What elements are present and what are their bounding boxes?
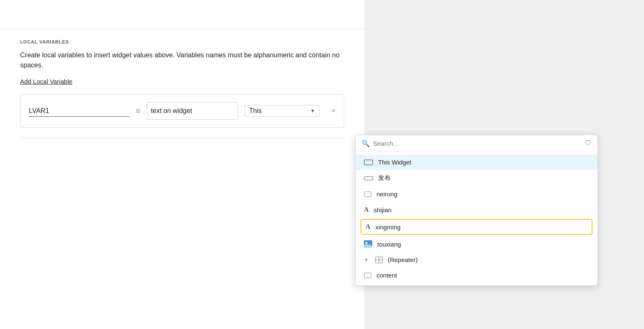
- list-item[interactable]: 发布: [355, 170, 598, 186]
- divider: [20, 138, 344, 138]
- list-item[interactable]: touxiang: [355, 236, 598, 252]
- widget-white-icon-2: [364, 272, 371, 278]
- image-icon: [364, 240, 372, 248]
- add-local-variable-link[interactable]: Add Local Variable: [20, 78, 72, 85]
- dropdown-popup: 🔍 ⛉ This Widget 发布: [355, 135, 598, 286]
- variable-row: = ⌃⌄ This ▼ ×: [29, 102, 335, 120]
- grid-icon: [375, 257, 383, 263]
- list-item[interactable]: This Widget: [355, 154, 598, 170]
- close-icon[interactable]: ×: [332, 107, 335, 115]
- list-item[interactable]: neirong: [355, 186, 598, 202]
- this-dropdown-label: This: [249, 107, 307, 115]
- description-text: Create local variables to insert widget …: [20, 50, 344, 70]
- main-panel: LOCAL VARIABLES Create local variables t…: [0, 0, 364, 329]
- widget-horizontal-icon: [364, 176, 373, 180]
- search-bar: 🔍 ⛉: [355, 135, 598, 152]
- svg-rect-2: [364, 192, 371, 197]
- item-label: content: [376, 272, 397, 279]
- variable-value-input[interactable]: [151, 107, 243, 115]
- dropdown-list: This Widget 发布 neirong A: [355, 152, 598, 285]
- list-item[interactable]: content: [355, 267, 598, 283]
- widget-icon: [364, 159, 373, 165]
- list-item[interactable]: ▼ (Repeater): [355, 252, 598, 267]
- search-input[interactable]: [373, 140, 582, 147]
- item-label: neirong: [376, 190, 397, 198]
- search-icon: 🔍: [361, 139, 370, 147]
- item-label: (Repeater): [388, 256, 418, 263]
- local-variables-section: LOCAL VARIABLES Create local variables t…: [0, 29, 364, 138]
- this-dropdown[interactable]: This ▼: [245, 105, 320, 117]
- svg-rect-8: [364, 273, 371, 278]
- equals-sign: =: [136, 107, 141, 116]
- item-label: touxiang: [377, 241, 401, 248]
- dropdown-arrow-icon: ▼: [310, 108, 315, 114]
- widget-white-icon: [364, 191, 371, 197]
- list-item-highlighted[interactable]: A xingming: [361, 219, 592, 235]
- section-label: LOCAL VARIABLES: [20, 39, 344, 44]
- item-label: This Widget: [378, 159, 411, 166]
- list-item[interactable]: A shijian: [355, 202, 598, 218]
- item-label: 发布: [378, 174, 391, 182]
- variable-row-container: = ⌃⌄ This ▼ ×: [20, 94, 344, 128]
- filter-icon[interactable]: ⛉: [585, 140, 592, 147]
- text-a-icon: A: [364, 206, 369, 213]
- chevron-down-icon: ▼: [364, 257, 368, 262]
- item-label: shijian: [374, 206, 392, 213]
- text-a-icon-2: A: [366, 223, 371, 231]
- svg-rect-0: [364, 160, 373, 165]
- top-area: [0, 0, 364, 29]
- item-label: xingming: [376, 224, 401, 231]
- svg-rect-1: [364, 177, 373, 180]
- var-value-container: ⌃⌄: [147, 102, 238, 120]
- variable-name-input[interactable]: [29, 105, 129, 117]
